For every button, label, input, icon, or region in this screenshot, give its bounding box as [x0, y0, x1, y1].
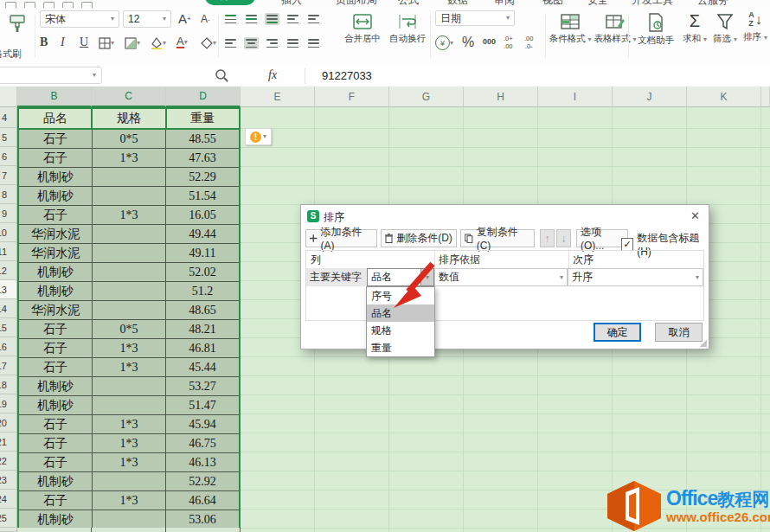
cell-spec[interactable]	[93, 263, 166, 282]
decrease-decimal-button[interactable]: .00.0-	[524, 35, 533, 50]
cell-name[interactable]: 石子	[19, 149, 93, 168]
align-bottom-button[interactable]	[265, 13, 279, 25]
row-header-17[interactable]: 17	[0, 356, 17, 375]
cell-spec[interactable]	[93, 282, 166, 301]
cell-spec[interactable]	[93, 187, 166, 206]
menu-tab-5[interactable]: 审阅	[494, 0, 515, 8]
cell-spec[interactable]: 1*3	[93, 453, 166, 472]
fx-icon[interactable]: fx	[268, 68, 277, 82]
close-icon[interactable]: ✕	[690, 209, 700, 222]
cell-name[interactable]: 石子	[19, 434, 93, 453]
cell-weight[interactable]: 51.2	[166, 282, 239, 301]
cell-weight[interactable]: 52.02	[166, 263, 239, 282]
sort-by-combobox[interactable]: 数值 ▾	[434, 268, 568, 286]
partial-row[interactable]	[17, 528, 241, 532]
row-header-22[interactable]: 22	[0, 452, 17, 471]
dropdown-item-规格[interactable]: 规格	[367, 322, 434, 339]
cell-name[interactable]: 华润水泥	[19, 244, 93, 263]
menu-tab-home[interactable]: 开始	[205, 0, 255, 5]
column-header-E[interactable]: E	[241, 87, 315, 107]
cancel-button[interactable]: 取消	[655, 323, 703, 342]
name-box[interactable]: ▾	[0, 67, 102, 84]
menu-tab-9[interactable]: 云服务	[697, 0, 728, 8]
cell-weight[interactable]: 48.55	[166, 130, 239, 149]
copy-condition-button[interactable]: 复制条件(C)	[460, 229, 535, 247]
cell-name[interactable]: 石子	[19, 130, 93, 149]
align-center-button[interactable]	[244, 37, 259, 49]
cell-weight[interactable]: 53.27	[166, 377, 239, 396]
thousands-separator-button[interactable]: 000	[483, 37, 496, 46]
row-header-partial[interactable]	[0, 528, 17, 532]
justify-button[interactable]	[286, 37, 300, 49]
menu-tab-1[interactable]: 插入	[281, 0, 302, 8]
italic-button[interactable]: I	[61, 35, 65, 49]
quick-access-icon[interactable]	[24, 2, 35, 8]
move-up-button[interactable]: ↑	[540, 229, 555, 247]
move-down-button[interactable]: ↓	[556, 229, 571, 247]
cell-name[interactable]: 机制砂	[19, 263, 93, 282]
column-header-B[interactable]: B	[17, 87, 92, 107]
align-middle-button[interactable]	[244, 13, 259, 25]
cell-name[interactable]: 机制砂	[19, 187, 93, 206]
row-header-7[interactable]: 7	[0, 166, 17, 185]
filter-button[interactable]: 筛选 ▾	[711, 13, 739, 45]
cell-weight[interactable]: 51.54	[166, 187, 239, 206]
format-painter-label[interactable]: 格式刷	[0, 48, 22, 61]
quick-access-icon[interactable]	[62, 2, 74, 8]
format-painter-icon[interactable]	[7, 13, 28, 34]
align-left-button[interactable]	[223, 37, 238, 49]
row-header-16[interactable]: 16	[0, 337, 17, 356]
cell-weight[interactable]: 51.47	[166, 396, 239, 415]
cell-spec[interactable]: 1*3	[93, 206, 166, 225]
cell-weight[interactable]: 48.65	[166, 301, 239, 320]
increase-decimal-button[interactable]: .0+.00	[504, 35, 513, 50]
ok-button[interactable]: 确定	[594, 323, 641, 342]
column-header-H[interactable]: H	[464, 87, 538, 107]
fill-color-button[interactable]: ▾	[151, 37, 166, 49]
font-size-select[interactable]: 12 ▾	[123, 10, 171, 28]
sum-button[interactable]: Σ 求和 ▾	[680, 11, 709, 45]
underline-button[interactable]: U	[80, 35, 88, 49]
row-header-21[interactable]: 21	[0, 433, 17, 452]
formula-input[interactable]: 91227033	[322, 69, 372, 82]
cell-name[interactable]: 机制砂	[19, 377, 93, 396]
row-header-20[interactable]: 20	[0, 413, 17, 433]
cell-name[interactable]: 机制砂	[19, 282, 93, 301]
cell-spec[interactable]: 0*5	[93, 130, 166, 149]
cell-name[interactable]: 机制砂	[19, 510, 93, 529]
cell-spec[interactable]	[93, 472, 166, 491]
cell-spec[interactable]: 1*3	[93, 149, 166, 168]
wrap-text-button[interactable]: 自动换行	[388, 13, 427, 45]
dropdown-item-重量[interactable]: 重量	[367, 339, 434, 356]
decrease-indent-button[interactable]	[286, 13, 300, 25]
row-header-24[interactable]: 24	[0, 490, 17, 509]
column-header-F[interactable]: F	[315, 87, 389, 107]
cell-weight[interactable]: 47.63	[166, 149, 239, 168]
error-checking-badge[interactable]: ! ▾	[245, 128, 272, 145]
column-header-C[interactable]: C	[92, 87, 166, 107]
cell-weight[interactable]: 46.64	[166, 491, 239, 510]
row-header-13[interactable]: 13	[0, 280, 17, 299]
borders-button[interactable]: ▾	[99, 37, 114, 49]
menu-tab-4[interactable]: 数据	[447, 0, 468, 8]
menu-tab-6[interactable]: 视图	[542, 0, 563, 8]
grow-font-button[interactable]: A+	[178, 11, 191, 26]
cell-header[interactable]: 品名	[19, 109, 93, 128]
options-button[interactable]: 选项(O)...	[576, 229, 628, 247]
cell-header[interactable]: 重量	[167, 109, 239, 128]
clear-format-button[interactable]: ▾	[201, 37, 216, 49]
cell-shading-button[interactable]: ▾	[125, 37, 140, 49]
cell-spec[interactable]	[93, 377, 166, 396]
doc-helper-button[interactable]: 文档助手	[633, 13, 678, 47]
menu-tab-7[interactable]: 安全	[587, 0, 608, 8]
row-header-11[interactable]: 11	[0, 242, 17, 261]
cell-spec[interactable]: 1*3	[93, 434, 166, 453]
cell-spec[interactable]	[93, 168, 166, 187]
cell-spec[interactable]: 1*3	[93, 491, 166, 510]
menu-tab-2[interactable]: 页面布局	[336, 0, 377, 8]
select-all-corner[interactable]	[0, 87, 17, 107]
currency-button[interactable]: ¥ ▾	[435, 35, 453, 50]
column-header-D[interactable]: D	[166, 87, 241, 107]
cell-spec[interactable]	[93, 510, 166, 529]
cell-spec[interactable]	[93, 301, 166, 320]
